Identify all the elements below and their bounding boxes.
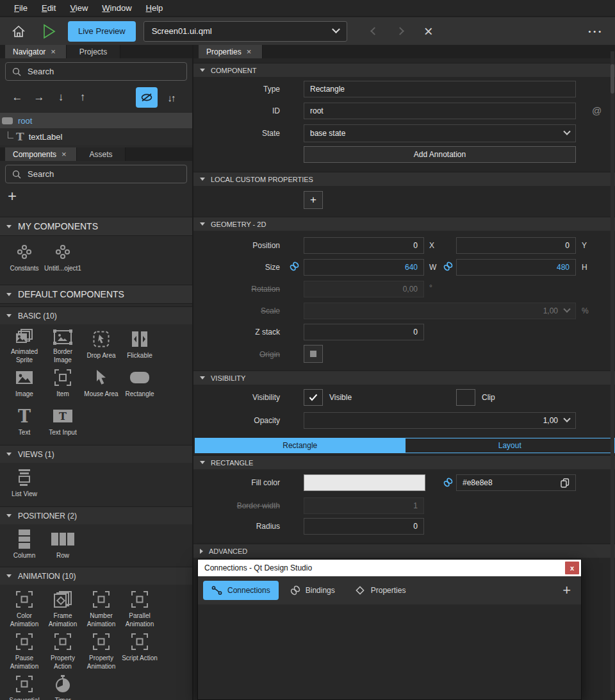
component-item-rectangle[interactable]: Rectangle: [120, 364, 159, 403]
section-my-components[interactable]: MY COMPONENTS: [0, 217, 192, 236]
component-item-timer[interactable]: Timer: [44, 671, 82, 700]
component-item-item[interactable]: Item: [44, 364, 82, 403]
add-module-button[interactable]: +: [8, 187, 17, 205]
tab-components[interactable]: Components ×: [5, 147, 77, 161]
component-item-constants[interactable]: Constants: [5, 238, 44, 273]
component-item-text-input[interactable]: T Text Input: [44, 403, 82, 441]
size-h-field[interactable]: 480: [456, 259, 576, 276]
section-visibility[interactable]: VISIBILITY: [193, 371, 615, 385]
tab-bindings[interactable]: Bindings: [283, 581, 343, 600]
close-icon[interactable]: ×: [51, 47, 56, 56]
subtab-layout[interactable]: Layout: [405, 438, 615, 453]
component-item-image[interactable]: Image: [5, 364, 44, 403]
visible-checkbox[interactable]: [304, 389, 323, 406]
position-y-field[interactable]: 0: [456, 237, 576, 254]
section-advanced[interactable]: ADVANCED: [193, 544, 615, 558]
type-field[interactable]: Rectangle: [304, 81, 576, 97]
component-item-sequential-animation[interactable]: Sequential Animation: [5, 671, 44, 700]
component-item-script-action[interactable]: Script Action: [120, 628, 159, 671]
section-basic[interactable]: BASIC (10): [0, 306, 192, 324]
tab-connections[interactable]: Connections: [203, 581, 279, 600]
component-item-color-animation[interactable]: Color Animation: [5, 586, 44, 628]
connections-window-close-button[interactable]: x: [565, 562, 579, 574]
component-item-number-animation[interactable]: Number Animation: [82, 586, 120, 628]
component-item-animated-sprite[interactable]: Animated Sprite: [5, 326, 44, 364]
add-connection-button[interactable]: +: [562, 582, 576, 599]
subtab-rectangle[interactable]: Rectangle: [195, 438, 405, 453]
radius-field[interactable]: 0: [304, 518, 424, 535]
tree-item-textlabel[interactable]: T textLabel: [0, 128, 192, 145]
copy-icon[interactable]: [561, 478, 570, 488]
menu-help[interactable]: Help: [140, 1, 170, 15]
toggle-invisible-items-button[interactable]: [136, 87, 158, 108]
add-custom-property-button[interactable]: +: [304, 191, 323, 209]
section-animation[interactable]: ANIMATION (10): [0, 567, 192, 585]
tab-assets[interactable]: Assets: [77, 147, 126, 161]
component-item-property-action[interactable]: Property Action: [44, 628, 82, 671]
section-positioner[interactable]: POSITIONER (2): [0, 506, 192, 524]
component-item-flickable[interactable]: Flickable: [120, 326, 159, 364]
scrollbar-thumb[interactable]: [611, 64, 614, 94]
menu-window[interactable]: Window: [95, 1, 138, 15]
section-views[interactable]: VIEWS (1): [0, 445, 192, 463]
more-options-button[interactable]: •••: [588, 28, 603, 35]
connections-window-titlebar[interactable]: Connections - Qt Design Studio x: [198, 560, 581, 576]
id-field[interactable]: root: [304, 103, 576, 119]
move-up-button[interactable]: ↑: [72, 91, 94, 104]
menu-edit[interactable]: Edit: [35, 1, 62, 15]
reverse-order-button[interactable]: ↓↑: [160, 87, 182, 108]
fill-color-link-icon[interactable]: [443, 478, 453, 489]
component-item-property-animation[interactable]: Property Animation: [82, 628, 120, 671]
component-item-border-image[interactable]: Border Image: [44, 326, 82, 364]
position-x-field[interactable]: 0: [304, 237, 424, 254]
move-left-button[interactable]: ←: [6, 91, 28, 104]
component-item-parallel-animation[interactable]: Parallel Animation: [120, 586, 159, 628]
annotation-at-icon[interactable]: @: [592, 105, 602, 116]
forward-button[interactable]: [390, 21, 411, 42]
component-item-text[interactable]: T Text: [5, 403, 44, 441]
size-h-link-icon[interactable]: [443, 262, 453, 273]
section-component[interactable]: COMPONENT: [193, 63, 615, 77]
origin-selector-button[interactable]: [304, 345, 323, 363]
back-button[interactable]: [364, 21, 386, 42]
move-down-button[interactable]: ↓: [50, 91, 72, 104]
close-document-button[interactable]: ×: [418, 21, 439, 42]
component-item-list-view[interactable]: List View: [5, 464, 44, 499]
section-default-components[interactable]: DEFAULT COMPONENTS: [0, 285, 192, 304]
size-w-field[interactable]: 640: [304, 259, 424, 276]
move-right-button[interactable]: →: [28, 91, 50, 104]
size-w-link-icon[interactable]: [290, 262, 299, 273]
opacity-field[interactable]: 1,00: [304, 412, 576, 429]
fill-color-swatch[interactable]: [304, 474, 425, 491]
component-item-mouse-area[interactable]: Mouse Area: [82, 364, 120, 403]
live-preview-button[interactable]: Live Preview: [68, 21, 136, 42]
close-icon[interactable]: ×: [247, 47, 252, 56]
section-local-custom-properties[interactable]: LOCAL CUSTOM PROPERTIES: [193, 172, 615, 186]
tab-properties[interactable]: Properties ×: [199, 45, 263, 58]
close-icon[interactable]: ×: [62, 149, 67, 159]
tab-properties-conn[interactable]: Properties: [347, 581, 414, 600]
add-annotation-button[interactable]: Add Annotation: [304, 146, 576, 163]
properties-scrollbar[interactable]: [611, 51, 614, 692]
component-item-column[interactable]: Column: [5, 526, 44, 560]
components-search-input[interactable]: Search: [5, 165, 187, 183]
tab-projects[interactable]: Projects: [67, 45, 120, 58]
section-rectangle[interactable]: RECTANGLE: [193, 455, 615, 469]
state-dropdown[interactable]: base state: [304, 124, 576, 142]
open-file-dropdown[interactable]: Screen01.ui.qml: [144, 21, 347, 42]
zstack-field[interactable]: 0: [304, 324, 424, 340]
tree-item-root[interactable]: root: [0, 113, 192, 128]
home-button[interactable]: [8, 21, 29, 42]
menu-file[interactable]: File: [8, 1, 34, 15]
navigator-search-input[interactable]: Search: [5, 62, 187, 81]
menu-view[interactable]: View: [63, 1, 94, 15]
component-item-row[interactable]: Row: [44, 526, 82, 560]
clip-checkbox[interactable]: [456, 389, 475, 406]
run-project-button[interactable]: [38, 21, 60, 42]
component-item-drop-area[interactable]: Drop Area: [82, 326, 120, 364]
tab-navigator[interactable]: Navigator ×: [5, 45, 67, 58]
component-item-frame-animation[interactable]: Frame Animation: [44, 586, 82, 628]
section-geometry-2d[interactable]: GEOMETRY - 2D: [193, 217, 615, 231]
fill-color-hex-field[interactable]: #e8e8e8: [456, 474, 576, 491]
component-item-untitled-project[interactable]: Untitl...oject1: [44, 238, 82, 273]
